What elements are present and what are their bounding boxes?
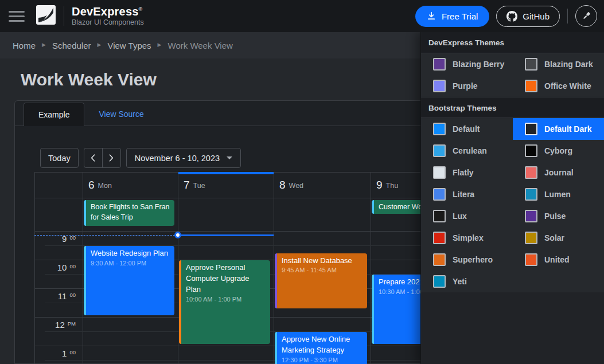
- free-trial-button[interactable]: Free Trial: [415, 6, 489, 27]
- theme-item-superhero[interactable]: Superhero: [421, 249, 513, 271]
- free-trial-label: Free Trial: [442, 11, 478, 21]
- theme-item-blazing-berry[interactable]: Blazing Berry: [421, 53, 513, 75]
- united-swatch-icon: [525, 253, 537, 266]
- journal-swatch-icon: [525, 166, 537, 179]
- pulse-swatch-icon: [525, 210, 537, 222]
- solar-swatch-icon: [525, 232, 537, 244]
- time-label: 1100: [34, 292, 76, 300]
- breadcrumb-item-work-week-view[interactable]: Work Week View: [168, 41, 233, 50]
- chevron-down-icon: [227, 156, 232, 159]
- theme-item-blazing-dark[interactable]: Blazing Dark: [513, 53, 604, 75]
- breadcrumb-item-scheduler[interactable]: Scheduler: [52, 41, 91, 50]
- theme-item-united[interactable]: United: [513, 249, 604, 271]
- grid-column-border: [371, 172, 371, 364]
- theme-item-litera[interactable]: Litera: [421, 183, 513, 205]
- calendar-event-install-new-database[interactable]: Install New Database9:45 AM - 11:45 AM: [275, 253, 367, 308]
- half-hour-line: [45, 360, 466, 361]
- lux-swatch-icon: [433, 210, 446, 222]
- calendar-event-approve-new-online-marketing-strategy[interactable]: Approve New Online Marketing Strategy12:…: [275, 332, 367, 364]
- brand-text: DevExpress® Blazor UI Components: [72, 6, 144, 26]
- registered-mark: ®: [139, 6, 143, 12]
- grid-column-border: [178, 172, 178, 364]
- purple-swatch-icon: [433, 80, 446, 92]
- theme-item-lux[interactable]: Lux: [421, 205, 513, 227]
- hamburger-menu-icon[interactable]: [9, 11, 25, 22]
- hour-line: [34, 231, 466, 232]
- theme-item-flatly[interactable]: Flatly: [421, 162, 513, 183]
- calendar-event-book-flights-to-san-fran-for-sales-trip[interactable]: Book Flights to San Fran for Sales Trip: [84, 200, 174, 226]
- github-icon: [506, 11, 517, 22]
- theme-section-title: Bootstrap Themes: [421, 97, 604, 118]
- brand-name: DevExpress®: [72, 6, 144, 18]
- theme-item-default[interactable]: Default: [421, 118, 513, 140]
- theme-chooser-button[interactable]: [575, 5, 597, 27]
- current-time-line-dashed: [34, 235, 178, 236]
- litera-swatch-icon: [433, 188, 446, 201]
- nav-button-group: [84, 148, 121, 168]
- superhero-swatch-icon: [433, 253, 446, 266]
- day-header-mon: 6Mon: [83, 173, 178, 197]
- devexpress-logo[interactable]: [36, 5, 56, 27]
- brand-tagline: Blazor UI Components: [72, 18, 144, 26]
- theme-item-purple[interactable]: Purple: [421, 75, 513, 97]
- previous-week-button[interactable]: [84, 148, 103, 168]
- scheduler-grid: 9001000110012PM1006Mon7Tue8Wed9ThuBook F…: [34, 172, 467, 364]
- paint-brush-icon: [580, 10, 592, 22]
- download-icon: [427, 11, 436, 21]
- next-week-button[interactable]: [102, 148, 121, 168]
- theme-item-cerulean[interactable]: Cerulean: [421, 140, 513, 162]
- top-header: DevExpress® Blazor UI Components Free Tr…: [0, 0, 604, 32]
- theme-item-yeti[interactable]: Yeti: [421, 271, 513, 292]
- current-time-marker: [174, 232, 181, 238]
- page-title: Work Week View: [21, 70, 157, 89]
- theme-item-simplex[interactable]: Simplex: [421, 227, 513, 249]
- calendar-event-website-redesign-plan[interactable]: Website Redesign Plan9:30 AM - 12:00 PM: [84, 246, 174, 315]
- theme-item-lumen[interactable]: Lumen: [513, 183, 604, 205]
- theme-item-default-dark[interactable]: Default Dark: [513, 118, 604, 140]
- theme-section-title: DevExpress Themes: [421, 32, 604, 53]
- theme-item-pulse[interactable]: Pulse: [513, 205, 604, 227]
- tab-example[interactable]: Example: [24, 103, 84, 126]
- flatly-swatch-icon: [433, 166, 446, 179]
- simplex-swatch-icon: [433, 232, 446, 244]
- breadcrumb-separator-icon: ▶: [97, 42, 101, 48]
- theme-item-office-white[interactable]: Office White: [513, 75, 604, 97]
- theme-item-cyborg[interactable]: Cyborg: [513, 140, 604, 162]
- current-time-line: [178, 234, 274, 236]
- grid-column-border: [274, 172, 274, 364]
- theme-grid: DefaultDefault DarkCeruleanCyborgFlatlyJ…: [421, 118, 604, 292]
- theme-item-journal[interactable]: Journal: [513, 162, 604, 183]
- lumen-swatch-icon: [525, 188, 537, 201]
- yeti-swatch-icon: [433, 275, 446, 288]
- cerulean-swatch-icon: [433, 144, 446, 157]
- chevron-right-icon: [109, 154, 114, 162]
- day-header-tue: 7Tue: [178, 173, 274, 197]
- today-button[interactable]: Today: [40, 148, 79, 168]
- cyborg-swatch-icon: [525, 144, 537, 157]
- calendar-event-approve-personal-computer-upgrade-plan[interactable]: Approve Personal Computer Upgrade Plan10…: [179, 260, 270, 344]
- grid-row-border: [34, 198, 466, 198]
- day-header-wed: 8Wed: [274, 173, 371, 197]
- breadcrumb-separator-icon: ▶: [42, 42, 46, 48]
- default-dark-swatch-icon: [525, 123, 537, 135]
- office-white-swatch-icon: [525, 80, 537, 92]
- breadcrumb-item-view-types[interactable]: View Types: [107, 41, 151, 50]
- github-button[interactable]: GitHub: [496, 6, 560, 27]
- breadcrumb-separator-icon: ▶: [158, 42, 162, 48]
- today-indicator-bar: [178, 172, 274, 174]
- date-range-dropdown[interactable]: November 6 - 10, 2023: [126, 148, 241, 168]
- time-label: 900: [34, 234, 76, 243]
- time-label: 12PM: [34, 320, 76, 329]
- brand-divider: [64, 6, 64, 26]
- blazing-dark-swatch-icon: [525, 58, 537, 71]
- hour-line: [34, 346, 466, 346]
- theme-item-solar[interactable]: Solar: [513, 227, 604, 249]
- tab-view-source[interactable]: View Source: [84, 103, 158, 126]
- scheduler-toolbar: Today November 6 - 10, 2023: [40, 148, 241, 168]
- github-label: GitHub: [523, 11, 550, 21]
- theme-panel: DevExpress ThemesBlazing BerryBlazing Da…: [420, 32, 604, 364]
- grid-column-border: [83, 172, 83, 364]
- breadcrumb-item-home[interactable]: Home: [13, 41, 36, 50]
- default-swatch-icon: [433, 123, 446, 135]
- time-label: 1000: [34, 263, 76, 272]
